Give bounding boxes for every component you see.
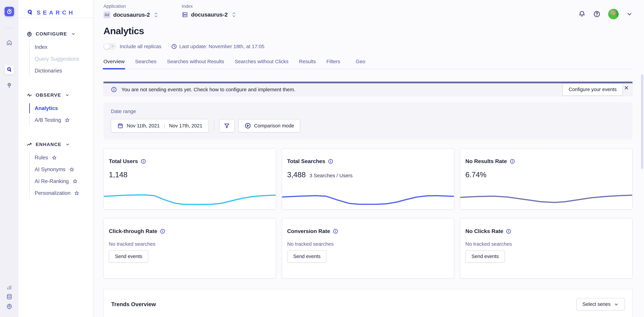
date-separator: | (163, 123, 166, 128)
last-update: Last update: November 18th, at 17:05 (171, 44, 264, 49)
info-icon[interactable] (510, 159, 515, 164)
sidebar-item-index[interactable]: Index (35, 41, 93, 53)
sidebar-item-rules[interactable]: Rules (35, 152, 93, 164)
star-icon (74, 190, 79, 196)
trends-title: Trends Overview (111, 301, 156, 308)
card-title: No Clicks Rate (465, 228, 503, 234)
trending-up-icon (26, 142, 32, 147)
rail-divider (4, 28, 14, 28)
star-icon (52, 155, 57, 160)
application-label: Application (104, 4, 158, 9)
card-status: No tracked searches (460, 234, 632, 247)
recommend-lightbulb-icon[interactable] (4, 80, 14, 90)
tab-searches[interactable]: Searches (135, 59, 156, 69)
card-value: 1,148 (109, 170, 128, 179)
sidebar-item-ai-reranking[interactable]: AI Re-Ranking (35, 176, 93, 187)
banner-close-icon[interactable]: ✕ (624, 85, 629, 91)
search-logo[interactable]: SEARCH (18, 0, 93, 18)
sidebar-nav: CONFIGURE Index Query Suggestions Dictio… (18, 18, 93, 214)
play-circle-icon (244, 122, 251, 129)
tab-filters[interactable]: Filters (326, 59, 340, 69)
nav-section-label: ENHANCE (36, 142, 61, 147)
events-banner: You are not sending events yet. Check ho… (104, 82, 632, 96)
page-title: Analytics (104, 25, 632, 36)
tab-geo[interactable]: Geo (356, 59, 365, 69)
sidebar-item-label: Personalization (35, 190, 70, 196)
info-icon[interactable] (333, 229, 338, 234)
nav-section-enhance[interactable]: ENHANCE (26, 142, 93, 147)
sidebar-item-ai-synonyms[interactable]: AI Synonyms (35, 164, 93, 176)
star-icon (65, 118, 70, 123)
metric-card-total-users: Total Users 1,148 (104, 148, 276, 210)
filter-button[interactable] (219, 119, 234, 132)
application-value: docusaurus-2 (113, 12, 150, 18)
page-scrollbar[interactable] (641, 74, 643, 169)
card-value: 6.74% (465, 170, 486, 179)
date-range-label: Date range (111, 108, 625, 114)
help-icon[interactable] (593, 10, 600, 18)
star-icon (69, 167, 74, 172)
product-rail (0, 0, 18, 317)
sidebar-item-label: AI Synonyms (35, 166, 66, 172)
index-switcher[interactable]: Index docusaurus-2 (182, 4, 236, 18)
total-users-sparkline (104, 187, 276, 209)
info-icon[interactable] (141, 159, 146, 164)
meta-row: ✕ Include all replicas Last update: Nove… (104, 44, 632, 50)
tab-searches-without-clicks[interactable]: Searches without Clicks (234, 59, 288, 69)
include-replicas-label: Include all replicas (120, 44, 162, 49)
account-chevron-down-icon[interactable] (626, 11, 632, 17)
configure-events-button[interactable]: Configure your events (562, 83, 623, 96)
sidebar-item-ab-testing[interactable]: A/B Testing (35, 114, 93, 126)
nav-section-observe[interactable]: OBSERVE (26, 92, 93, 98)
sidebar-item-label: Analytics (35, 105, 58, 111)
sidebar-item-personalization[interactable]: Personalization (35, 187, 93, 199)
date-range-button[interactable]: Nov 11th, 2021 | Nov 17th, 2021 (111, 119, 209, 132)
sidebar-item-label: A/B Testing (35, 117, 61, 123)
bar-chart-icon[interactable] (4, 282, 14, 292)
user-avatar[interactable] (608, 9, 619, 19)
application-select-chevrons-icon[interactable] (154, 12, 158, 18)
sidebar-item-query-suggestions[interactable]: Query Suggestions (35, 53, 93, 65)
settings-gear-icon[interactable] (4, 302, 14, 311)
info-icon[interactable] (160, 229, 165, 234)
sidebar-item-dictionaries[interactable]: Dictionaries (35, 65, 93, 77)
sidebar-item-label: AI Re-Ranking (35, 178, 69, 184)
nav-section-configure[interactable]: CONFIGURE (26, 31, 93, 37)
select-series-button[interactable]: Select series (576, 298, 625, 310)
index-value: docusaurus-2 (191, 12, 228, 18)
comparison-mode-button[interactable]: Comparison mode (238, 119, 300, 132)
application-switcher[interactable]: Application D2 docusaurus-2 (104, 4, 158, 18)
include-replicas-toggle[interactable]: ✕ (104, 44, 116, 50)
application-badge: D2 (104, 11, 110, 18)
sidebar-item-analytics[interactable]: Analytics (35, 102, 93, 114)
info-icon[interactable] (506, 229, 511, 234)
date-start: Nov 11th, 2021 (127, 123, 160, 128)
sidebar-item-label: Index (35, 44, 48, 50)
database-icon[interactable] (4, 292, 14, 302)
event-card-click-through-rate: Click-through Rate No tracked searches S… (104, 218, 276, 278)
chevron-down-icon (71, 32, 76, 36)
main-content: Application D2 docusaurus-2 Index (93, 0, 644, 317)
tab-overview[interactable]: Overview (104, 59, 124, 69)
funnel-icon (224, 122, 230, 129)
stopwatch-icon[interactable] (4, 7, 14, 16)
comparison-mode-label: Comparison mode (254, 123, 294, 128)
card-value: 3,488 (287, 170, 306, 179)
nav-section-label: CONFIGURE (36, 31, 67, 37)
info-icon[interactable] (328, 159, 333, 164)
tab-results[interactable]: Results (299, 59, 316, 69)
sidebar-item-label: Query Suggestions (35, 56, 79, 62)
home-icon[interactable] (4, 38, 14, 47)
calendar-icon (117, 123, 124, 129)
sidebar-item-label: Dictionaries (35, 68, 62, 74)
send-events-button[interactable]: Send events (465, 250, 505, 262)
notifications-bell-icon[interactable] (578, 10, 586, 18)
last-update-text: Last update: November 18th, at 17:05 (179, 44, 264, 49)
app-root: SEARCH CONFIGURE Index Query Suggestions… (0, 0, 644, 317)
tab-searches-without-results[interactable]: Searches without Results (167, 59, 224, 69)
logo-wordmark: SEARCH (37, 9, 75, 16)
search-product-icon[interactable] (4, 65, 14, 74)
index-select-chevrons-icon[interactable] (232, 12, 236, 17)
send-events-button[interactable]: Send events (109, 250, 148, 262)
send-events-button[interactable]: Send events (287, 250, 326, 262)
